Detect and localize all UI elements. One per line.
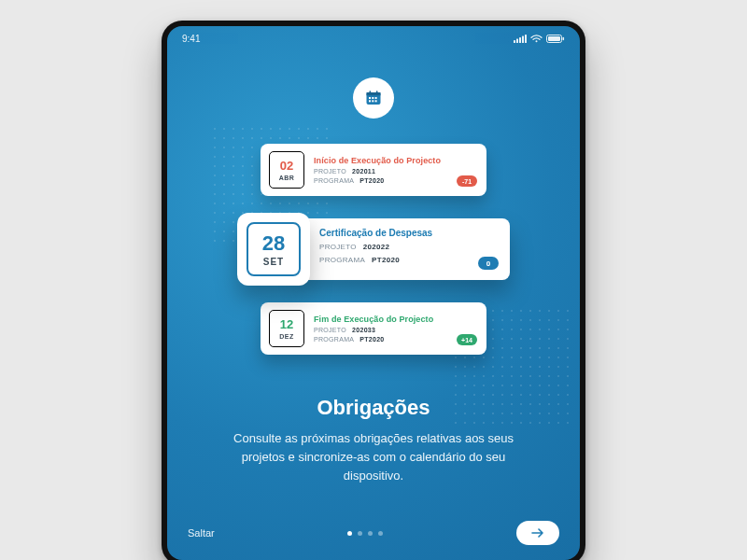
svg-rect-18 (375, 100, 377, 102)
tablet-frame: 9:41 02 ABR I (162, 21, 585, 560)
skip-button[interactable]: Saltar (188, 527, 215, 539)
svg-rect-8 (563, 36, 565, 39)
svg-rect-10 (367, 92, 381, 95)
obligation-card[interactable]: 02 ABR Início de Execução do Projecto PR… (261, 144, 486, 196)
screen: 9:41 02 ABR I (167, 26, 580, 560)
page-dot (358, 531, 362, 536)
wifi-icon (530, 35, 543, 43)
days-badge: -71 (457, 175, 477, 187)
card-body: Certificação de Despesas PROJETO202022 P… (301, 218, 510, 280)
svg-rect-3 (522, 35, 524, 43)
bottom-bar: Saltar (167, 521, 580, 545)
onboarding-title: Obrigações (167, 396, 580, 420)
hero-calendar-icon (353, 77, 394, 119)
date-month: SET (263, 257, 284, 267)
signal-icon (514, 35, 527, 43)
label-program: PROGRAMA (314, 336, 354, 343)
arrow-right-icon (531, 528, 544, 538)
value-program: PT2020 (359, 177, 384, 184)
svg-rect-2 (519, 37, 521, 43)
date-day: 12 (280, 318, 293, 330)
obligation-card-featured[interactable]: 28 SET Certificação de Despesas PROJETO2… (167, 213, 580, 286)
svg-rect-11 (370, 91, 372, 93)
svg-rect-16 (369, 100, 371, 102)
svg-rect-1 (516, 38, 518, 43)
svg-rect-4 (525, 35, 527, 43)
date-month: ABR (279, 175, 295, 181)
onboarding-body: Consulte as próximas obrigações relativa… (225, 429, 522, 485)
value-project: 202033 (352, 327, 375, 333)
svg-rect-7 (548, 36, 560, 41)
svg-rect-15 (375, 97, 377, 99)
svg-rect-14 (372, 97, 374, 99)
battery-icon (546, 35, 565, 43)
date-day: 02 (280, 160, 293, 172)
calendar-icon (364, 89, 383, 107)
label-project: PROJETO (314, 327, 346, 333)
label-project: PROJETO (314, 168, 346, 175)
svg-rect-12 (376, 91, 378, 93)
label-program: PROGRAMA (319, 256, 365, 264)
obligation-card[interactable]: 12 DEZ Fim de Execução do Projecto PROJE… (261, 302, 486, 355)
next-button[interactable] (516, 521, 559, 545)
label-program: PROGRAMA (314, 177, 354, 184)
svg-rect-13 (369, 97, 371, 99)
date-tile: 12 DEZ (269, 310, 304, 347)
value-program: PT2020 (372, 256, 400, 264)
date-tile: 28 SET (237, 213, 310, 286)
value-program: PT2020 (359, 336, 384, 343)
value-project: 202022 (363, 243, 390, 251)
label-project: PROJETO (319, 243, 357, 251)
status-bar: 9:41 (167, 26, 580, 47)
page-indicator (347, 531, 383, 536)
page-dot (368, 531, 373, 536)
svg-rect-0 (514, 40, 515, 43)
date-tile: 02 ABR (269, 151, 304, 189)
svg-point-5 (536, 40, 538, 42)
svg-rect-17 (372, 100, 374, 102)
days-badge: 0 (478, 257, 499, 270)
page-dot (347, 531, 352, 536)
card-title: Fim de Execução do Projecto (314, 315, 478, 324)
status-time: 9:41 (182, 34, 200, 44)
card-info: Início de Execução do Projecto PROJETO20… (314, 156, 478, 184)
days-badge: +14 (457, 334, 477, 345)
value-project: 202011 (352, 168, 375, 175)
card-title: Certificação de Despesas (319, 228, 499, 238)
page-dot (378, 531, 383, 536)
date-month: DEZ (279, 333, 294, 340)
card-info: Fim de Execução do Projecto PROJETO20203… (314, 315, 478, 343)
card-title: Início de Execução do Projecto (314, 156, 478, 165)
date-day: 28 (262, 231, 285, 256)
status-indicators (514, 35, 565, 43)
